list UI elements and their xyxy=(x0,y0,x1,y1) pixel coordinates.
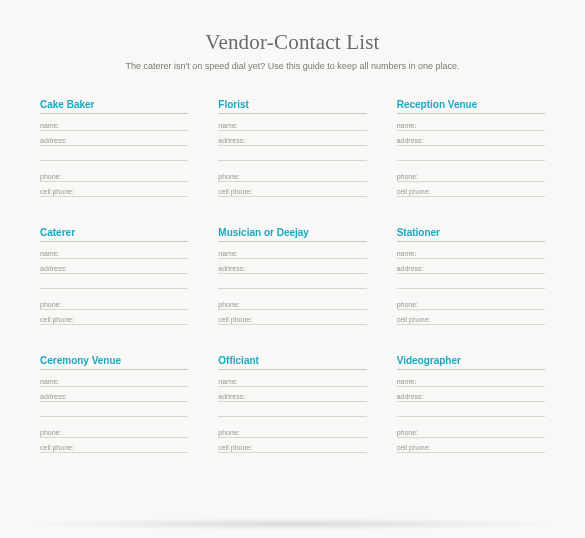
field-label: address: xyxy=(218,137,245,145)
field-row-address[interactable]: address: xyxy=(218,133,366,146)
field-row-name[interactable]: name: xyxy=(40,246,188,259)
field-label: phone: xyxy=(40,301,61,309)
field-row-phone[interactable]: phone: xyxy=(218,169,366,182)
field-row-cellphone[interactable]: cell phone: xyxy=(397,440,545,453)
field-label: cell phone: xyxy=(397,316,431,324)
vendor-card: Videographer name: address: . phone: cel… xyxy=(397,355,545,455)
vendor-title: Videographer xyxy=(397,355,545,370)
field-row-address[interactable]: address: xyxy=(40,261,188,274)
field-row-address-2[interactable]: . xyxy=(218,404,366,417)
field-label: cell phone: xyxy=(40,316,74,324)
field-label: address: xyxy=(40,137,67,145)
field-row-name[interactable]: name: xyxy=(40,118,188,131)
field-label: address: xyxy=(397,393,424,401)
field-row-cellphone[interactable]: cell phone: xyxy=(40,440,188,453)
field-row-phone[interactable]: phone: xyxy=(397,297,545,310)
page-subtitle: The caterer isn't on speed dial yet? Use… xyxy=(40,61,545,71)
field-label: phone: xyxy=(40,173,61,181)
field-row-cellphone[interactable]: cell phone: xyxy=(40,184,188,197)
field-row-cellphone[interactable]: cell phone: xyxy=(397,184,545,197)
field-row-name[interactable]: name: xyxy=(397,246,545,259)
field-row-name[interactable]: name: xyxy=(218,246,366,259)
vendor-card: Ceremony Venue name: address: . phone: c… xyxy=(40,355,188,455)
vendor-card: Musician or Deejay name: address: . phon… xyxy=(218,227,366,327)
page-shadow xyxy=(20,518,565,530)
field-row-address-2[interactable]: . xyxy=(397,148,545,161)
field-label: cell phone: xyxy=(397,188,431,196)
field-row-name[interactable]: name: xyxy=(397,118,545,131)
field-row-address[interactable]: address: xyxy=(397,389,545,402)
field-row-address-2[interactable]: . xyxy=(40,148,188,161)
field-label: cell phone: xyxy=(218,444,252,452)
vendor-card: Stationer name: address: . phone: cell p… xyxy=(397,227,545,327)
field-row-name[interactable]: name: xyxy=(218,118,366,131)
vendor-title: Caterer xyxy=(40,227,188,242)
vendor-card: Cake Baker name: address: . phone: cell … xyxy=(40,99,188,199)
field-row-address-2[interactable]: . xyxy=(218,276,366,289)
vendor-title: Officiant xyxy=(218,355,366,370)
field-label: cell phone: xyxy=(218,188,252,196)
field-row-address-2[interactable]: . xyxy=(40,404,188,417)
vendor-title: Musician or Deejay xyxy=(218,227,366,242)
field-row-cellphone[interactable]: cell phone: xyxy=(218,184,366,197)
field-label: address: xyxy=(40,265,67,273)
field-row-cellphone[interactable]: cell phone: xyxy=(40,312,188,325)
field-row-name[interactable]: name: xyxy=(218,374,366,387)
field-label: address: xyxy=(40,393,67,401)
field-label: phone: xyxy=(397,173,418,181)
field-label: name: xyxy=(218,122,237,130)
vendor-card: Officiant name: address: . phone: cell p… xyxy=(218,355,366,455)
vendor-card: Caterer name: address: . phone: cell pho… xyxy=(40,227,188,327)
field-label: phone: xyxy=(218,173,239,181)
field-row-phone[interactable]: phone: xyxy=(218,425,366,438)
field-label: phone: xyxy=(218,429,239,437)
field-row-name[interactable]: name: xyxy=(40,374,188,387)
field-row-address[interactable]: address: xyxy=(40,389,188,402)
field-label: cell phone: xyxy=(218,316,252,324)
field-row-address[interactable]: address: xyxy=(397,133,545,146)
field-label: phone: xyxy=(40,429,61,437)
field-row-address[interactable]: address: xyxy=(218,261,366,274)
field-label: name: xyxy=(218,250,237,258)
field-label: address: xyxy=(218,393,245,401)
field-row-address-2[interactable]: . xyxy=(397,404,545,417)
field-row-cellphone[interactable]: cell phone: xyxy=(218,312,366,325)
field-label: name: xyxy=(397,122,416,130)
field-row-cellphone[interactable]: cell phone: xyxy=(397,312,545,325)
field-row-phone[interactable]: phone: xyxy=(40,297,188,310)
field-label: name: xyxy=(218,378,237,386)
field-label: address: xyxy=(218,265,245,273)
field-row-name[interactable]: name: xyxy=(397,374,545,387)
page-title: Vendor-Contact List xyxy=(40,30,545,55)
field-label: cell phone: xyxy=(40,444,74,452)
field-label: address: xyxy=(397,265,424,273)
field-row-phone[interactable]: phone: xyxy=(397,425,545,438)
field-row-address[interactable]: address: xyxy=(218,389,366,402)
field-row-address-2[interactable]: . xyxy=(397,276,545,289)
field-row-phone[interactable]: phone: xyxy=(397,169,545,182)
field-row-address[interactable]: address: xyxy=(397,261,545,274)
field-row-cellphone[interactable]: cell phone: xyxy=(218,440,366,453)
field-row-phone[interactable]: phone: xyxy=(40,425,188,438)
vendor-title: Stationer xyxy=(397,227,545,242)
vendor-title: Reception Venue xyxy=(397,99,545,114)
field-label: cell phone: xyxy=(397,444,431,452)
field-label: address: xyxy=(397,137,424,145)
field-row-address-2[interactable]: . xyxy=(218,148,366,161)
field-label: name: xyxy=(40,250,59,258)
field-label: name: xyxy=(40,122,59,130)
vendor-card: Florist name: address: . phone: cell pho… xyxy=(218,99,366,199)
field-label: phone: xyxy=(218,301,239,309)
field-label: phone: xyxy=(397,301,418,309)
document-page: Vendor-Contact List The caterer isn't on… xyxy=(0,0,585,538)
field-label: name: xyxy=(397,250,416,258)
field-label: name: xyxy=(40,378,59,386)
field-row-address-2[interactable]: . xyxy=(40,276,188,289)
field-row-phone[interactable]: phone: xyxy=(40,169,188,182)
vendor-card: Reception Venue name: address: . phone: … xyxy=(397,99,545,199)
vendor-title: Florist xyxy=(218,99,366,114)
field-row-address[interactable]: address: xyxy=(40,133,188,146)
vendor-title: Cake Baker xyxy=(40,99,188,114)
vendor-grid: Cake Baker name: address: . phone: cell … xyxy=(40,99,545,455)
field-row-phone[interactable]: phone: xyxy=(218,297,366,310)
